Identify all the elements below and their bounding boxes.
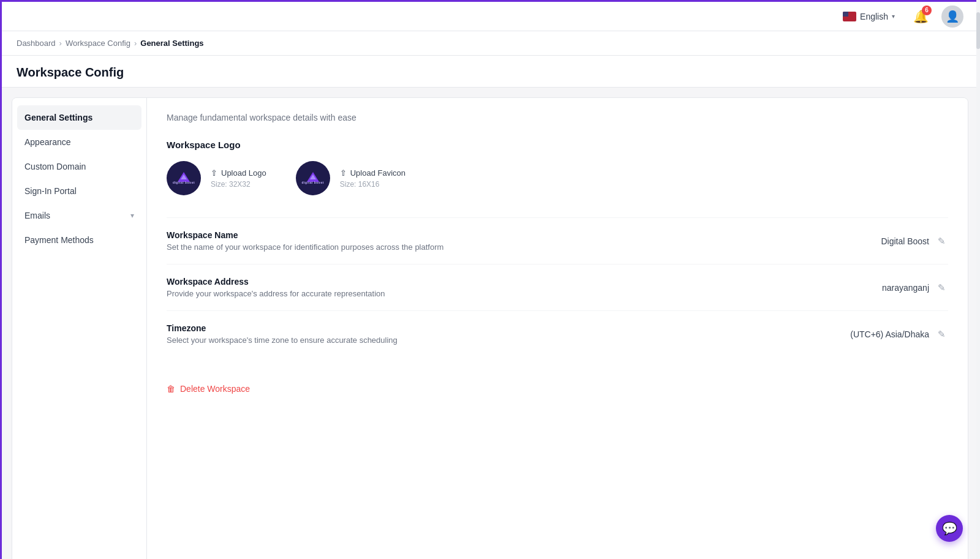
lang-chevron-icon: ▾ xyxy=(892,13,895,20)
workspace-name-info: Workspace Name Set the name of your work… xyxy=(167,230,443,252)
workspace-address-desc: Provide your workspace's address for acc… xyxy=(167,289,385,298)
logo-brand-text: digital boost xyxy=(173,181,195,184)
page-header: Workspace Config xyxy=(2,56,978,88)
topbar: English ▾ 🔔 6 👤 xyxy=(2,2,978,31)
favicon-circle: digital boost xyxy=(296,161,330,195)
sidebar-label-custom-domain: Custom Domain xyxy=(24,162,86,171)
workspace-name-row: Workspace Name Set the name of your work… xyxy=(167,217,948,264)
edit-icon: ✎ xyxy=(938,236,946,247)
timezone-label: Timezone xyxy=(167,323,398,333)
workspace-address-row: Workspace Address Provide your workspace… xyxy=(167,264,948,310)
sidebar-item-general-settings[interactable]: General Settings xyxy=(17,105,141,130)
workspace-address-value: narayanganj xyxy=(882,283,929,293)
delete-label: Delete Workspace xyxy=(180,384,250,394)
trash-icon: 🗑 xyxy=(167,384,175,394)
workspace-name-value-area: Digital Boost ✎ xyxy=(826,233,948,249)
favicon-upload-item: digital boost ⇧ Upload Favicon Size: 16X… xyxy=(296,161,405,195)
notification-badge: 6 xyxy=(922,6,932,15)
timezone-row: Timezone Select your workspace's time zo… xyxy=(167,310,948,357)
breadcrumb: Dashboard › Workspace Config › General S… xyxy=(2,31,978,56)
timezone-value-area: (UTC+6) Asia/Dhaka ✎ xyxy=(826,326,948,342)
emails-chevron-icon: ▾ xyxy=(130,211,134,220)
flag-us-icon xyxy=(843,12,856,21)
timezone-desc: Select your workspace's time zone to ens… xyxy=(167,336,398,345)
user-icon: 👤 xyxy=(946,10,959,23)
sidebar-item-payment-methods[interactable]: Payment Methods xyxy=(12,228,146,252)
delete-section: 🗑 Delete Workspace xyxy=(167,372,948,394)
chat-icon: 💬 xyxy=(942,521,957,536)
sidebar-label-signin-portal: Sign-In Portal xyxy=(24,186,77,196)
logo-circle: digital boost xyxy=(167,161,201,195)
avatar-button[interactable]: 👤 xyxy=(941,6,963,28)
logo-section: digital boost ⇧ Upload Logo Size: 32X32 xyxy=(167,161,948,195)
delete-workspace-button[interactable]: 🗑 Delete Workspace xyxy=(167,384,250,394)
language-selector[interactable]: English ▾ xyxy=(838,9,900,24)
workspace-address-edit-button[interactable]: ✎ xyxy=(935,280,948,296)
favicon-size-label: Size: 16X16 xyxy=(340,180,405,189)
sidebar-item-emails[interactable]: Emails ▾ xyxy=(12,203,146,228)
sidebar: General Settings Appearance Custom Domai… xyxy=(12,98,147,559)
workspace-name-desc: Set the name of your workspace for ident… xyxy=(167,242,443,252)
logo-graphic: digital boost xyxy=(173,172,195,184)
workspace-address-info: Workspace Address Provide your workspace… xyxy=(167,277,385,298)
timezone-edit-button[interactable]: ✎ xyxy=(935,326,948,342)
timezone-info: Timezone Select your workspace's time zo… xyxy=(167,323,398,345)
favicon-upload-info: ⇧ Upload Favicon Size: 16X16 xyxy=(340,168,405,189)
timezone-edit-icon: ✎ xyxy=(938,329,946,340)
breadcrumb-sep-2: › xyxy=(134,39,137,48)
upload-favicon-label: Upload Favicon xyxy=(350,168,405,178)
workspace-address-label: Workspace Address xyxy=(167,277,385,287)
language-label: English xyxy=(860,12,888,21)
notification-button[interactable]: 🔔 6 xyxy=(910,6,932,28)
sidebar-item-custom-domain[interactable]: Custom Domain xyxy=(12,154,146,179)
sidebar-label-payment-methods: Payment Methods xyxy=(24,235,94,245)
upload-favicon-button[interactable]: ⇧ Upload Favicon xyxy=(340,168,405,178)
upload-logo-label: Upload Logo xyxy=(221,168,266,178)
sidebar-label-appearance: Appearance xyxy=(24,137,71,147)
favicon-brand-text: digital boost xyxy=(302,181,324,184)
page-title: Workspace Config xyxy=(17,66,963,80)
logo-upload-info: ⇧ Upload Logo Size: 32X32 xyxy=(211,168,266,189)
favicon-upload-icon: ⇧ xyxy=(340,168,347,178)
sidebar-item-appearance[interactable]: Appearance xyxy=(12,130,146,154)
breadcrumb-general-settings: General Settings xyxy=(140,39,203,48)
workspace-address-value-area: narayanganj ✎ xyxy=(826,280,948,296)
address-edit-icon: ✎ xyxy=(938,282,946,293)
breadcrumb-sep-1: › xyxy=(59,39,62,48)
logo-size-label: Size: 32X32 xyxy=(211,180,266,189)
content-description: Manage fundamental workspace details wit… xyxy=(167,113,948,122)
workspace-name-value: Digital Boost xyxy=(881,236,929,246)
favicon-graphic: digital boost xyxy=(302,172,324,184)
chat-bubble-button[interactable]: 💬 xyxy=(936,515,963,542)
workspace-name-edit-button[interactable]: ✎ xyxy=(935,233,948,249)
logo-upload-item: digital boost ⇧ Upload Logo Size: 32X32 xyxy=(167,161,266,195)
logo-triangle-inner-icon xyxy=(181,174,187,179)
workspace-name-label: Workspace Name xyxy=(167,230,443,240)
logo-section-title: Workspace Logo xyxy=(167,140,948,150)
breadcrumb-dashboard[interactable]: Dashboard xyxy=(17,39,56,48)
sidebar-label-emails: Emails xyxy=(24,211,50,220)
timezone-value: (UTC+6) Asia/Dhaka xyxy=(850,329,929,339)
content-area: Manage fundamental workspace details wit… xyxy=(147,98,968,559)
breadcrumb-workspace-config[interactable]: Workspace Config xyxy=(66,39,130,48)
sidebar-label-general-settings: General Settings xyxy=(24,113,92,122)
main-layout: General Settings Appearance Custom Domai… xyxy=(12,97,968,559)
upload-logo-button[interactable]: ⇧ Upload Logo xyxy=(211,168,266,178)
sidebar-item-signin-portal[interactable]: Sign-In Portal xyxy=(12,179,146,203)
favicon-triangle-inner-icon xyxy=(310,174,316,179)
upload-icon: ⇧ xyxy=(211,168,217,178)
